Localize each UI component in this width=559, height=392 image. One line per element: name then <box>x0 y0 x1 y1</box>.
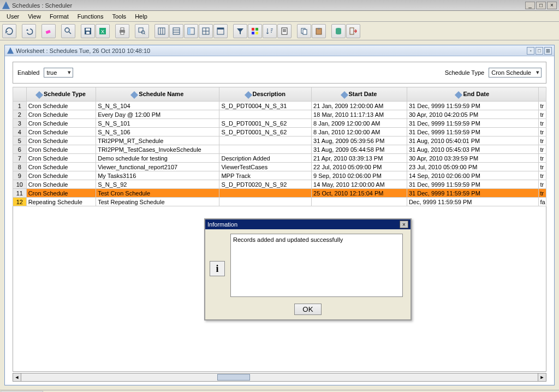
cell-extra[interactable]: tr <box>538 119 546 128</box>
cell-extra[interactable]: fa <box>538 198 546 206</box>
close-button[interactable]: × <box>547 2 557 9</box>
cell-end[interactable]: 31 Dec, 9999 11:59:59 PM <box>407 189 538 198</box>
paste-icon[interactable] <box>312 24 326 38</box>
table-row[interactable]: 9Cron ScheduleMy Tasks3116MPP Track9 Sep… <box>13 171 546 180</box>
cell-type[interactable]: Cron Schedule <box>26 154 96 163</box>
search-icon[interactable] <box>61 24 75 38</box>
table-row[interactable]: 8Cron ScheduleViewer_functional_report21… <box>13 163 546 171</box>
cell-type[interactable]: Cron Schedule <box>26 163 96 171</box>
enabled-dropdown[interactable]: true <box>44 68 73 78</box>
cell-extra[interactable]: tr <box>538 154 546 163</box>
row-number[interactable]: 6 <box>13 145 27 154</box>
cell-extra[interactable]: tr <box>538 189 546 198</box>
sort-icon[interactable] <box>263 24 277 38</box>
cell-start[interactable]: 14 May, 2010 12:00:00 AM <box>312 180 407 189</box>
cell-desc[interactable]: S_D_PDT0020_N_S_92 <box>219 180 312 189</box>
col-start-date[interactable]: Start Date <box>312 87 407 102</box>
cell-type[interactable]: Cron Schedule <box>26 102 96 110</box>
copy-icon[interactable] <box>297 24 311 38</box>
table-row[interactable]: 11Cron ScheduleTest Cron Schedule25 Oct,… <box>13 189 546 198</box>
schedules-table[interactable]: Schedule Type Schedule Name Description … <box>13 87 546 206</box>
cell-desc[interactable] <box>219 189 312 198</box>
cell-name[interactable]: S_N_S_104 <box>96 102 219 110</box>
cell-start[interactable]: 25 Oct, 2010 12:15:04 PM <box>312 189 407 198</box>
cell-name[interactable]: Test Repeating Schedule <box>96 198 219 206</box>
table-row[interactable]: 1Cron ScheduleS_N_S_104S_D_PDT0004_N_S_3… <box>13 102 546 110</box>
row-number[interactable]: 11 <box>13 189 27 198</box>
col-extra[interactable] <box>538 87 546 102</box>
undo-icon[interactable] <box>22 24 36 38</box>
cell-name[interactable]: S_N_S_92 <box>96 180 219 189</box>
cell-name[interactable]: S_N_S_101 <box>96 119 219 128</box>
erase-icon[interactable] <box>41 24 56 38</box>
cell-name[interactable]: TRI2PPM_TestCases_InvokeSchedule <box>96 145 219 154</box>
export-excel-icon[interactable]: X <box>96 24 110 38</box>
cell-type[interactable]: Cron Schedule <box>26 110 96 119</box>
cell-desc[interactable]: S_D_PDT0001_N_S_62 <box>219 128 312 136</box>
row-number-header[interactable] <box>13 87 27 102</box>
cell-extra[interactable]: tr <box>538 102 546 110</box>
scroll-thumb[interactable] <box>217 374 250 381</box>
cell-end[interactable]: 30 Apr, 2010 04:20:05 PM <box>407 110 538 119</box>
menu-functions[interactable]: Functions <box>73 12 108 21</box>
cell-type[interactable]: Cron Schedule <box>26 180 96 189</box>
cell-name[interactable]: S_N_S_106 <box>96 128 219 136</box>
cell-extra[interactable]: tr <box>538 163 546 171</box>
grid-icon[interactable] <box>199 24 213 38</box>
cell-extra[interactable]: tr <box>538 128 546 136</box>
cell-end[interactable]: 31 Dec, 9999 11:59:59 PM <box>407 128 538 136</box>
cell-name[interactable]: Demo schedule for testing <box>96 154 219 163</box>
table-row[interactable]: 6Cron ScheduleTRI2PPM_TestCases_InvokeSc… <box>13 145 546 154</box>
cell-name[interactable]: Every Day @ 12:00 PM <box>96 110 219 119</box>
color-icon[interactable] <box>248 24 262 38</box>
menu-help[interactable]: Help <box>130 12 152 21</box>
cell-extra[interactable]: tr <box>538 136 546 145</box>
refresh-icon[interactable] <box>2 24 16 38</box>
cell-type[interactable]: Repeating Schedule <box>26 198 96 206</box>
cell-type[interactable]: Cron Schedule <box>26 128 96 136</box>
cell-extra[interactable]: tr <box>538 180 546 189</box>
cell-start[interactable] <box>312 198 407 206</box>
exit-icon[interactable] <box>346 24 360 38</box>
cell-end[interactable]: 31 Dec, 9999 11:59:59 PM <box>407 102 538 110</box>
scroll-right-icon[interactable]: ► <box>538 373 546 382</box>
col-description[interactable]: Description <box>219 87 312 102</box>
cell-desc[interactable]: Description Added <box>219 154 312 163</box>
row-number[interactable]: 8 <box>13 163 27 171</box>
cell-type[interactable]: Cron Schedule <box>26 171 96 180</box>
row-number[interactable]: 7 <box>13 154 27 163</box>
table-row[interactable]: 4Cron ScheduleS_N_S_106S_D_PDT0001_N_S_6… <box>13 128 546 136</box>
cell-start[interactable]: 21 Jan, 2009 12:00:00 AM <box>312 102 407 110</box>
dialog-close-icon[interactable]: × <box>400 221 408 228</box>
menu-format[interactable]: Format <box>45 12 73 21</box>
cell-end[interactable]: 30 Apr, 2010 03:39:59 PM <box>407 154 538 163</box>
cell-start[interactable]: 31 Aug, 2009 05:44:58 PM <box>312 145 407 154</box>
cell-desc[interactable]: S_D_PDT0004_N_S_31 <box>219 102 312 110</box>
menu-user[interactable]: User <box>2 12 23 21</box>
cell-name[interactable]: Viewer_functional_report2107 <box>96 163 219 171</box>
menu-tools[interactable]: Tools <box>108 12 130 21</box>
cell-end[interactable]: Dec, 9999 11:59:59 PM <box>407 198 538 206</box>
menu-view[interactable]: View <box>23 12 45 21</box>
worksheet-minimize-icon[interactable]: ▫ <box>527 47 534 55</box>
cell-extra[interactable]: tr <box>538 171 546 180</box>
freeze-icon[interactable] <box>184 24 198 38</box>
filter-icon[interactable] <box>233 24 247 38</box>
table-icon[interactable] <box>213 24 228 38</box>
ok-button[interactable]: OK <box>294 304 321 315</box>
cell-extra[interactable]: tr <box>538 145 546 154</box>
cell-start[interactable]: 22 Jul, 2010 05:09:00 PM <box>312 163 407 171</box>
print-icon[interactable] <box>115 24 129 38</box>
row-config-icon[interactable] <box>169 24 183 38</box>
document-icon[interactable] <box>277 24 292 38</box>
row-number[interactable]: 4 <box>13 128 27 136</box>
scroll-track[interactable] <box>21 373 538 382</box>
row-number[interactable]: 3 <box>13 119 27 128</box>
maximize-button[interactable]: □ <box>536 2 546 9</box>
row-number[interactable]: 12 <box>13 198 27 206</box>
cell-name[interactable]: Test Cron Schedule <box>96 189 219 198</box>
column-config-icon[interactable] <box>154 24 169 38</box>
cell-desc[interactable] <box>219 145 312 154</box>
cell-end[interactable]: 23 Jul, 2010 05:09:00 PM <box>407 163 538 171</box>
cell-desc[interactable] <box>219 110 312 119</box>
